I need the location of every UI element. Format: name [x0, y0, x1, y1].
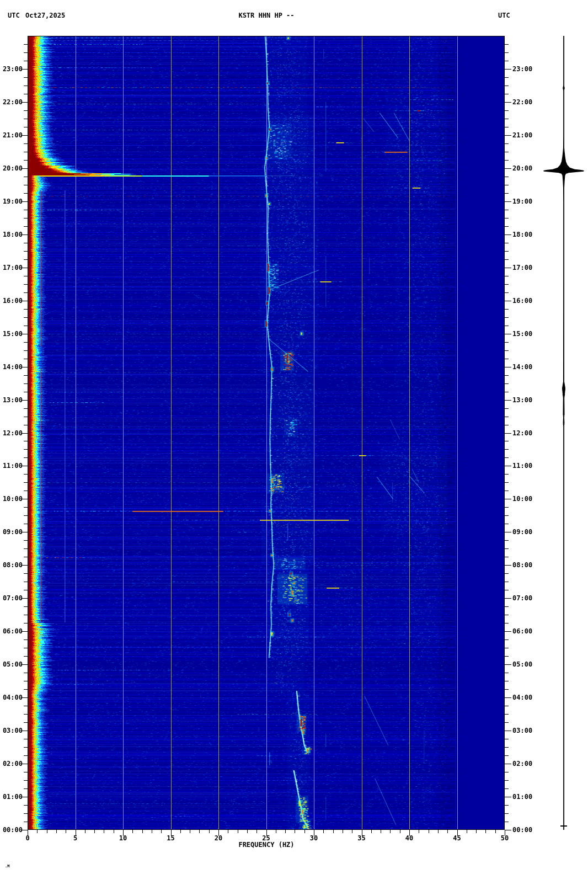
spectrogram-page: UTC Oct27,2025 KSTR HHN HP -- UTC 23:002… [0, 0, 588, 874]
spectrogram-plot-canvas [0, 0, 588, 874]
seismogram-trace-canvas [530, 36, 588, 830]
utc-label-right: UTC [498, 12, 510, 19]
frequency-axis-label: FREQUENCY (HZ) [28, 841, 505, 849]
utc-label-left: UTC [8, 12, 20, 19]
footer-mark: .M [5, 864, 9, 868]
station-title: KSTR HHN HP -- [28, 12, 505, 19]
